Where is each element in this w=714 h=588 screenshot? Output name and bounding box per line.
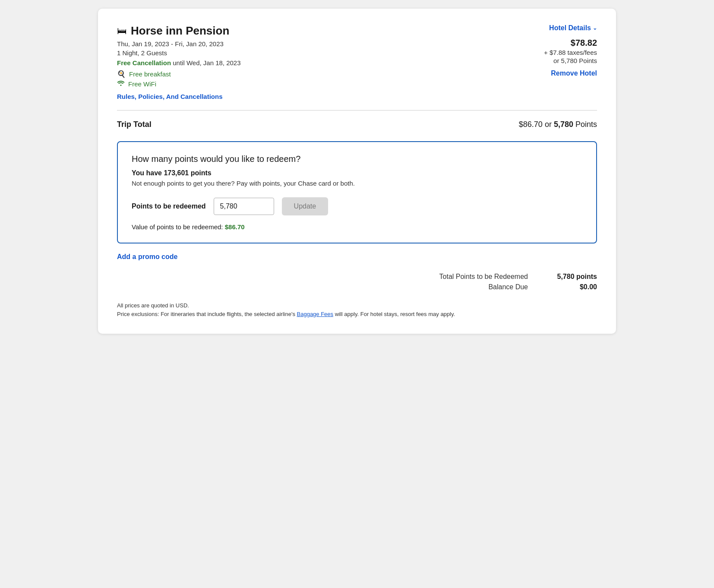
balance-label: Balance Due — [488, 283, 528, 291]
disclaimer: All prices are quoted in USD. Price excl… — [117, 301, 597, 318]
points-input[interactable] — [214, 198, 274, 215]
points-input-label: Points to be redeemed — [132, 202, 206, 210]
booking-card: 🛏 Horse inn Pension Thu, Jan 19, 2023 - … — [98, 9, 616, 334]
hotel-right: Hotel Details ⌄ $78.82 + $7.88 taxes/fee… — [511, 24, 597, 77]
points-question: How many points would you like to redeem… — [132, 154, 582, 164]
hotel-left: 🛏 Horse inn Pension Thu, Jan 19, 2023 - … — [117, 24, 241, 101]
trip-total-value: $86.70 or 5,780 Points — [519, 120, 597, 129]
hotel-details-link[interactable]: Hotel Details ⌄ — [511, 24, 597, 32]
points-have: You have 173,601 points — [132, 169, 582, 177]
points-input-row: Points to be redeemed Update — [132, 197, 582, 215]
price-taxes: + $7.88 taxes/fees — [511, 49, 597, 56]
baggage-fees-link[interactable]: Baggage Fees — [297, 311, 334, 317]
hotel-section: 🛏 Horse inn Pension Thu, Jan 19, 2023 - … — [117, 24, 597, 101]
hotel-name: Horse inn Pension — [131, 24, 229, 38]
free-cancel-until: until Wed, Jan 18, 2023 — [171, 59, 241, 66]
promo-link[interactable]: Add a promo code — [117, 253, 177, 261]
redeemed-row: Total Points to be Redeemed 5,780 points — [117, 273, 597, 281]
remove-hotel-link[interactable]: Remove Hotel — [551, 70, 597, 77]
divider — [117, 110, 597, 111]
disclaimer-line2-prefix: Price exclusions: For itineraries that i… — [117, 311, 297, 317]
free-cancel-label: Free Cancellation — [117, 59, 171, 66]
hotel-title-row: 🛏 Horse inn Pension — [117, 24, 241, 38]
policies-link[interactable]: Rules, Policies, And Cancellations — [117, 93, 223, 100]
update-button[interactable]: Update — [282, 197, 329, 215]
hotel-dates: Thu, Jan 19, 2023 - Fri, Jan 20, 2023 — [117, 40, 241, 47]
wifi-row: Free WiFi — [117, 80, 241, 88]
redeemed-value: 5,780 points — [545, 273, 597, 281]
breakfast-row: 🍳 Free breakfast — [117, 70, 241, 78]
free-cancel: Free Cancellation until Wed, Jan 18, 202… — [117, 59, 241, 66]
points-value-row: Value of points to be redeemed: $86.70 — [132, 223, 582, 231]
points-box: How many points would you like to redeem… — [117, 141, 597, 243]
disclaimer-line1: All prices are quoted in USD. — [117, 302, 189, 309]
points-value-prefix: Value of points to be redeemed: — [132, 223, 225, 231]
trip-total-label: Trip Total — [117, 120, 152, 129]
breakfast-label: Free breakfast — [129, 70, 171, 78]
trip-total-row: Trip Total $86.70 or 5,780 Points — [117, 120, 597, 129]
balance-row: Balance Due $0.00 — [117, 283, 597, 291]
price-main: $78.82 — [511, 38, 597, 48]
redeemed-label: Total Points to be Redeemed — [439, 273, 528, 281]
trip-total-points: 5,780 — [554, 120, 573, 129]
price-points: or 5,780 Points — [511, 57, 597, 64]
totals-section: Total Points to be Redeemed 5,780 points… — [117, 273, 597, 291]
trip-total-or: or — [545, 120, 554, 129]
hotel-guests: 1 Night, 2 Guests — [117, 49, 241, 57]
trip-total-amount: $86.70 — [519, 120, 543, 129]
points-value-amount: $86.70 — [225, 223, 245, 231]
points-desc: Not enough points to get you there? Pay … — [132, 180, 582, 187]
hotel-details-label: Hotel Details — [549, 24, 591, 32]
breakfast-icon: 🍳 — [117, 70, 126, 78]
trip-total-points-label: Points — [575, 120, 597, 129]
wifi-icon — [117, 80, 125, 88]
wifi-label: Free WiFi — [128, 80, 156, 88]
disclaimer-line2-suffix: will apply. For hotel stays, resort fees… — [333, 311, 455, 317]
balance-value: $0.00 — [545, 283, 597, 291]
bed-icon: 🛏 — [117, 25, 126, 37]
chevron-down-icon: ⌄ — [593, 25, 597, 31]
